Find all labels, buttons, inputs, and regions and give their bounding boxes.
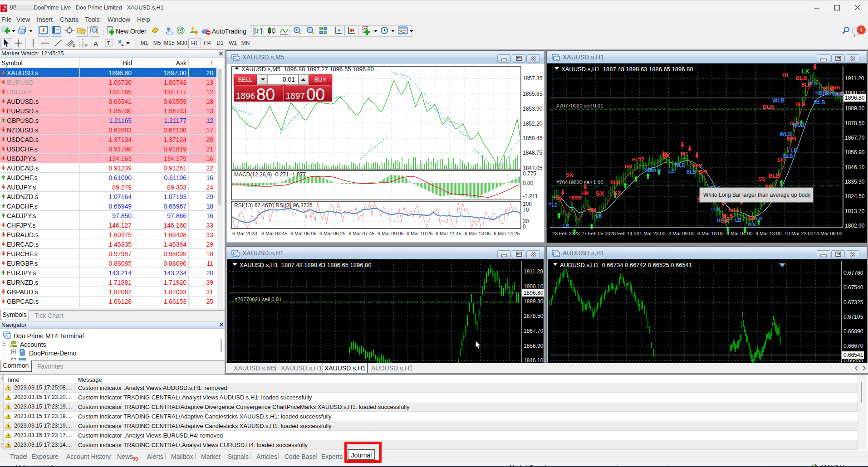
svg-text:6 Mar 18:00: 6 Mar 18:00 <box>697 231 724 236</box>
svg-text:6 Mar 13:05: 6 Mar 13:05 <box>465 231 491 236</box>
svg-text:1824.50: 1824.50 <box>845 193 865 199</box>
svg-text:0.67760: 0.67760 <box>843 270 863 276</box>
svg-text:SX: SX <box>662 152 670 159</box>
svg-text:1911.20: 1911.20 <box>845 75 864 82</box>
svg-text:0.66890: 0.66890 <box>843 328 863 335</box>
svg-text:SX: SX <box>595 190 604 197</box>
svg-text:HR: HR <box>681 151 688 156</box>
svg-text:1856.90: 1856.90 <box>845 149 865 156</box>
svg-text:BLB: BLB <box>769 173 780 179</box>
svg-text:TLS: TLS <box>747 222 756 227</box>
svg-text:6 Mar 05:05: 6 Mar 05:05 <box>290 231 317 236</box>
svg-text:-1.211: -1.211 <box>523 193 538 199</box>
svg-text:6 Mar 07:45: 6 Mar 07:45 <box>348 231 375 236</box>
svg-text:9 Mar 13:00: 9 Mar 13:00 <box>755 231 782 236</box>
svg-text:0.66541: 0.66541 <box>843 352 863 358</box>
svg-text:1867.70: 1867.70 <box>845 135 865 141</box>
svg-text:TLS: TLS <box>711 207 720 212</box>
svg-text:0.67540: 0.67540 <box>843 284 863 291</box>
svg-text:0.775: 0.775 <box>523 170 536 177</box>
svg-text:1: 1 <box>859 26 863 34</box>
svg-text:BUY: BUY <box>314 76 327 83</box>
svg-text:SELL: SELL <box>238 76 252 83</box>
svg-text:14 Mar 08:00: 14 Mar 08:00 <box>814 231 843 236</box>
svg-text:TLS: TLS <box>549 202 558 208</box>
svg-text:1889.30: 1889.30 <box>524 298 544 305</box>
svg-text:E: E <box>73 44 75 47</box>
svg-text:1897: 1897 <box>286 91 305 101</box>
svg-text:AUDUSD.s,H1 0.66734 0.66742 0: AUDUSD.s,H1 0.66734 0.66742 0.66525 0.66… <box>560 262 692 268</box>
svg-text:WLB: WLB <box>780 131 792 137</box>
svg-text:0.67325: 0.67325 <box>843 299 863 306</box>
svg-text:1878.50: 1878.50 <box>524 313 544 319</box>
svg-text:1855.65: 1855.65 <box>523 91 543 97</box>
svg-text:6 Mar 10:25: 6 Mar 10:25 <box>407 231 433 236</box>
svg-text:8 Mar 04:00: 8 Mar 04:00 <box>726 231 753 236</box>
svg-text:WLB: WLB <box>792 122 805 128</box>
svg-text:LX: LX <box>801 68 810 75</box>
svg-text:TLS: TLS <box>808 81 817 86</box>
svg-text:1896.80: 1896.80 <box>524 290 544 296</box>
svg-text:XAUUSD.s,H1 1887.48 1898.63 1: XAUUSD.s,H1 1887.48 1898.63 1886.65 1896… <box>561 66 693 73</box>
svg-text:T: T <box>107 40 110 46</box>
svg-text:BLB: BLB <box>763 104 774 110</box>
svg-text:1853.90: 1853.90 <box>523 106 543 112</box>
svg-text:1846.10: 1846.10 <box>845 164 865 170</box>
svg-text:XAUUSD.s,M5 1896.88 1897.27 1: XAUUSD.s,M5 1896.88 1897.27 1896.55 1896… <box>241 66 374 73</box>
svg-text:6 Mar 2023: 6 Mar 2023 <box>232 231 257 236</box>
svg-text:BLB: BLB <box>692 163 702 168</box>
svg-text:BLB: BLB <box>687 169 696 175</box>
svg-text:XAUUSD.s,H1 1887.48 1898.63 1: XAUUSD.s,H1 1887.48 1898.63 1886.65 1896… <box>240 262 372 268</box>
svg-text:70: 70 <box>523 207 529 213</box>
svg-text:SX: SX <box>613 190 622 196</box>
svg-text:28 Feb 14:00: 28 Feb 14:00 <box>610 231 639 236</box>
svg-text:10 Mar 22:00: 10 Mar 22:00 <box>785 231 814 236</box>
svg-text:HM: HM <box>625 164 633 169</box>
svg-text:6 Mar 03:45: 6 Mar 03:45 <box>261 231 288 236</box>
svg-text:27 Feb 05:00: 27 Feb 05:00 <box>581 231 610 236</box>
svg-text:23 Feb 2023: 23 Feb 2023 <box>552 231 580 236</box>
svg-text:1867.70: 1867.70 <box>524 328 544 334</box>
svg-text:1896: 1896 <box>236 91 255 101</box>
svg-text:WLB: WLB <box>772 97 785 104</box>
svg-text:F: F <box>85 44 88 47</box>
svg-text:1852.20: 1852.20 <box>523 121 543 127</box>
svg-text:1878.50: 1878.50 <box>845 120 865 126</box>
svg-text:SRB: SRB <box>729 208 739 213</box>
svg-text:3 Mar 09:00: 3 Mar 09:00 <box>668 231 695 236</box>
svg-text:SX: SX <box>565 171 574 178</box>
svg-text:6 Mar 11:45: 6 Mar 11:45 <box>436 231 461 236</box>
svg-text:0.01: 0.01 <box>283 76 295 83</box>
svg-text:SS: SS <box>758 176 765 182</box>
svg-text:HI: HI <box>632 157 637 162</box>
svg-text:White Long Bar larger than ave: White Long Bar larger than average up bo… <box>703 192 810 198</box>
svg-text:1835.30: 1835.30 <box>845 179 865 185</box>
svg-text:0: 0 <box>523 224 526 230</box>
svg-text:6 Mar 09:05: 6 Mar 09:05 <box>378 231 404 236</box>
svg-text:1846.10: 1846.10 <box>524 357 544 363</box>
svg-text:LB: LB <box>790 147 798 154</box>
svg-text:1911.20: 1911.20 <box>524 268 543 275</box>
svg-text:SX: SX <box>748 214 756 222</box>
svg-text:1896.80: 1896.80 <box>845 95 865 101</box>
svg-text:0.00: 0.00 <box>523 180 534 186</box>
svg-text:6 Mar 06:25: 6 Mar 06:25 <box>319 231 346 236</box>
svg-text:LB: LB <box>668 168 675 174</box>
svg-text:WLB: WLB <box>674 162 685 168</box>
svg-text:6 Mar 14:25: 6 Mar 14:25 <box>494 231 520 236</box>
svg-text:SX: SX <box>777 157 784 163</box>
svg-text:BLB: BLB <box>796 75 807 81</box>
svg-text:1802.90: 1802.90 <box>845 223 865 229</box>
svg-text:TBSB: TBSB <box>569 195 582 200</box>
svg-text:1889.30: 1889.30 <box>845 105 865 112</box>
svg-text:1813.70: 1813.70 <box>845 208 865 214</box>
svg-text:0.67105: 0.67105 <box>843 314 863 320</box>
svg-text:#70419830 sell 1.00: #70419830 sell 1.00 <box>556 180 603 185</box>
svg-text:WLB: WLB <box>650 168 661 173</box>
svg-text:LB: LB <box>596 213 602 219</box>
svg-text:BHI: BHI <box>699 169 707 175</box>
svg-text:1 Mar 23:00: 1 Mar 23:00 <box>639 231 666 236</box>
svg-text:LB: LB <box>735 217 741 223</box>
svg-text:1900.10: 1900.10 <box>524 283 544 290</box>
svg-text:#70770021 sell 0.01: #70770021 sell 0.01 <box>556 103 603 108</box>
